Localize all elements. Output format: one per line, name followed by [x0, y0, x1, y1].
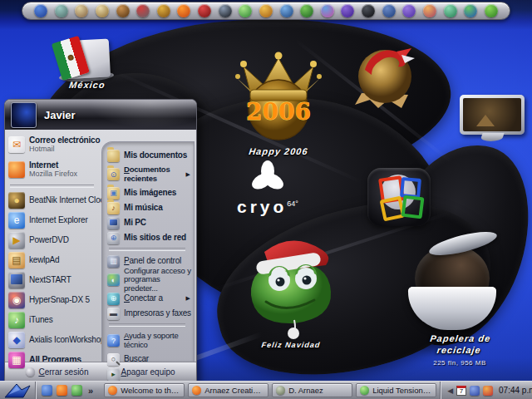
start-item-email[interactable]: ✉Correo electrónicoHotmail — [8, 132, 101, 157]
taskbar-clock[interactable]: 07:44 p.m. — [499, 386, 532, 395]
dock-blue-case-icon[interactable] — [382, 4, 396, 17]
task-liquid-tension[interactable]: Liquid Tension E... — [356, 383, 436, 397]
shut-down-label: Apagar equipo — [121, 367, 175, 377]
start-item-my-computer[interactable]: Mi PC — [107, 215, 192, 230]
menu-separator — [10, 185, 94, 188]
start-item-label: Conectar a — [124, 294, 163, 303]
dock-media-player-icon[interactable] — [219, 4, 232, 17]
dock-frog-head-icon[interactable] — [485, 4, 498, 17]
start-item-hypersnap[interactable]: ◉HyperSnap-DX 5 — [8, 290, 101, 310]
email-icon: ✉ — [8, 136, 25, 153]
dock-headset-robot-icon[interactable] — [280, 4, 293, 17]
start-item-help[interactable]: ?Ayuda y soporte técnico — [107, 329, 192, 352]
dock-firefox-icon[interactable] — [177, 4, 190, 17]
dock-green-window-icon[interactable] — [444, 4, 457, 17]
recent-documents-icon: ⊙ — [107, 168, 120, 180]
start-item-my-pictures[interactable]: ▣Mis imágenes — [107, 185, 192, 200]
dock-red-sphere-icon[interactable] — [136, 4, 150, 17]
start-item-text: Configurar acceso y programas predeter..… — [124, 267, 192, 293]
calendar-tray-icon[interactable]: 7 — [456, 386, 466, 396]
start-item-label: Mi música — [124, 204, 163, 213]
recycle-bin-label: Papelera de reciclaje — [412, 332, 507, 357]
start-item-my-network[interactable]: ⊕Mis sitios de red — [107, 230, 192, 245]
dock-gold-arrow-icon[interactable] — [259, 4, 273, 17]
start-item-beatnik[interactable]: ●BeatNik Internet Clock — [8, 190, 101, 210]
start-item-my-music[interactable]: ♪Mi música — [107, 200, 192, 215]
start-item-axialis[interactable]: ◆Axialis IconWorkshop — [8, 330, 101, 350]
start-menu-right-column: Mis documentos⊙Documentos recientes▶▣Mis… — [101, 141, 195, 362]
start-item-powerdvd[interactable]: ▶PowerDVD — [8, 230, 101, 250]
dock-red-apple-icon[interactable] — [198, 4, 211, 17]
mexico-icon-label: México — [57, 80, 116, 90]
media-player-icon — [360, 386, 369, 395]
dock-globe-ball-icon[interactable] — [464, 4, 477, 17]
quicklaunch-media-icon[interactable] — [71, 385, 82, 396]
start-item-text: HyperSnap-DX 5 — [29, 296, 90, 305]
start-item-text: iTunes — [29, 316, 52, 325]
quicklaunch-firefox-icon[interactable] — [57, 385, 67, 396]
axialis-icon: ◆ — [8, 332, 25, 348]
quick-launch: » — [35, 382, 101, 399]
start-item-nextstart[interactable]: NextSTART — [8, 270, 101, 290]
start-item-recent-documents[interactable]: ⊙Documentos recientes▶ — [107, 163, 192, 185]
start-item-connect-to[interactable]: ⊕Conectar a▶ — [107, 291, 192, 306]
start-item-label: PowerDVD — [29, 236, 69, 245]
start-item-label: Panel de control — [124, 257, 181, 266]
start-item-printers[interactable]: ▬Impresoras y faxes — [107, 306, 192, 321]
start-menu-footer: Cerrar sesión Apagar equipo — [5, 362, 196, 382]
dock-cursor-icon[interactable] — [341, 4, 354, 17]
start-item-my-documents[interactable]: Mis documentos — [107, 148, 192, 163]
start-button[interactable] — [0, 382, 35, 399]
dock-black-car-icon[interactable] — [362, 4, 375, 17]
cryo-brand-text: cryo64° — [218, 198, 318, 215]
start-item-default-programs[interactable]: ◐Configurar acceso y programas predeter.… — [107, 268, 192, 291]
volume-icon[interactable]: ◀ — [447, 387, 453, 395]
start-menu-body: ✉Correo electrónicoHotmailInternetMozill… — [5, 130, 196, 362]
all-programs-icon: ▦ — [8, 352, 25, 368]
desktop-icon-recycle-bin[interactable] — [405, 235, 500, 337]
start-item-internet-explorer[interactable]: eInternet Explorer — [8, 210, 101, 230]
quicklaunch-windows-icon[interactable] — [42, 385, 52, 396]
cryo-64-superscript: 64° — [287, 200, 298, 208]
dock-green-figure-icon[interactable] — [300, 4, 313, 17]
my-network-icon: ⊕ — [107, 232, 120, 244]
start-button-arrow-icon — [3, 382, 32, 399]
start-item-text: PowerDVD — [29, 236, 69, 245]
desktop-icon-dragon-ball[interactable] — [353, 42, 418, 110]
dock-music-image-icon[interactable] — [96, 4, 109, 17]
messenger-tray-icon[interactable] — [483, 386, 493, 396]
start-item-kewlpad[interactable]: ▤kewlpAd — [8, 250, 101, 270]
dock-itunes-box-icon[interactable] — [239, 4, 252, 17]
log-off-button[interactable]: Cerrar sesión — [26, 367, 88, 377]
start-menu-left-column: ✉Correo electrónicoHotmailInternetMozill… — [5, 130, 101, 362]
desktop-icon-windows-logo[interactable] — [367, 168, 431, 226]
task-arnaez-creative[interactable]: Arnaez Creative ... — [188, 383, 268, 397]
desktop-icon-mexico-folder[interactable] — [51, 35, 120, 86]
start-item-itunes[interactable]: ♪iTunes — [8, 310, 101, 330]
start-item-text: Correo electrónicoHotmail — [29, 136, 100, 154]
desktop-icon-tv-monitor[interactable] — [458, 95, 526, 146]
dock-bronze-clock-icon[interactable] — [116, 4, 130, 17]
search-icon: ○ — [107, 353, 120, 366]
start-item-label: Configurar acceso y programas predeter..… — [124, 267, 192, 293]
dock-purple-window-icon[interactable] — [402, 4, 416, 17]
dock-joystick-icon[interactable] — [321, 4, 334, 17]
start-item-text: Conectar a — [124, 294, 163, 303]
network-tray-icon[interactable] — [470, 386, 480, 396]
dock-puzzle-image-icon[interactable] — [75, 4, 88, 17]
task-liquid-tension-label: Liquid Tension E... — [372, 386, 432, 395]
start-item-internet[interactable]: InternetMozilla Firefox — [8, 157, 101, 182]
desktop-icon-happy-2006-crown[interactable]: 2006 — [235, 45, 322, 145]
desktop-icon-santa-frog[interactable] — [243, 237, 337, 340]
task-welcome[interactable]: Welcome to the ... — [104, 383, 185, 397]
dock-paint-face-icon[interactable] — [34, 4, 47, 17]
quick-launch-overflow-chevron[interactable]: » — [86, 386, 95, 396]
dock-photos-icon[interactable] — [55, 4, 68, 17]
task-d-arnaez[interactable]: D. Arnaez — [272, 383, 352, 397]
flag-emblem — [67, 54, 75, 62]
start-item-text: NextSTART — [29, 276, 71, 285]
taskbar-tasks: Welcome to the ...Arnaez Creative ...D. … — [101, 382, 440, 399]
dock-gold-dragon-icon[interactable] — [157, 4, 170, 17]
menu-separator — [109, 248, 185, 251]
dock-palette-icon[interactable] — [423, 4, 436, 17]
